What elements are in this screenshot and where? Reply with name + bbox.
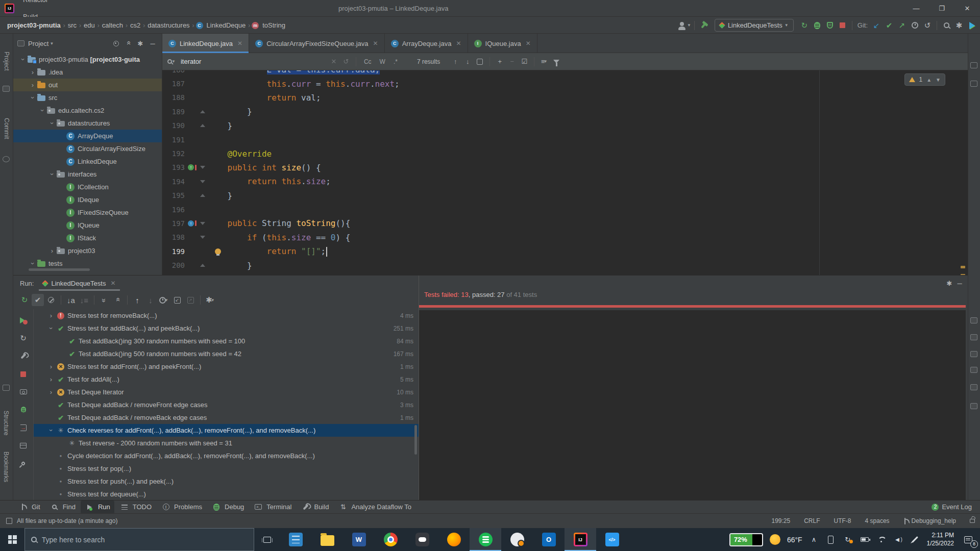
test-row[interactable]: ›✳Check reverses for addFront(...), addB… bbox=[34, 424, 419, 437]
next-occurrence-icon[interactable]: ↓ bbox=[462, 57, 473, 67]
test-row[interactable]: ›!Stress test for removeBack(...)4 ms bbox=[34, 309, 419, 322]
toolwindow-find[interactable]: Find bbox=[45, 500, 80, 514]
minimize-button[interactable]: — bbox=[903, 0, 929, 17]
collapse-all-icon[interactable]: » bbox=[123, 38, 133, 48]
code-line-190[interactable]: 190 } bbox=[162, 119, 968, 133]
override-marker-icon[interactable]: ↑ bbox=[188, 220, 194, 227]
tree-arrow-icon[interactable]: › bbox=[28, 68, 37, 76]
taskbar-app-discord[interactable] bbox=[406, 528, 438, 551]
tree-arrow-icon[interactable]: › bbox=[46, 427, 56, 434]
rerun-icon[interactable]: ↻ bbox=[798, 19, 811, 32]
show-passed-icon[interactable]: ✔ bbox=[32, 294, 44, 306]
tree-row-CircularArrayFixedSize[interactable]: CCircularArrayFixedSize bbox=[13, 142, 162, 155]
coverage-icon[interactable] bbox=[824, 19, 836, 32]
console-output[interactable] bbox=[419, 310, 966, 500]
tree-row-LinkedDeque[interactable]: CLinkedDeque bbox=[13, 155, 162, 168]
tree-row-.idea[interactable]: ›.idea bbox=[13, 66, 162, 79]
filter-lines-icon[interactable]: ≡▼ bbox=[539, 57, 549, 67]
caret-position[interactable]: 199:25 bbox=[772, 517, 791, 524]
previous-failed-test-icon[interactable]: ↑ bbox=[131, 294, 143, 306]
clear-search-icon[interactable]: ✕ bbox=[329, 57, 339, 67]
show-ignored-icon[interactable] bbox=[45, 294, 57, 306]
close-icon[interactable]: ✕ bbox=[456, 40, 461, 47]
build-icon[interactable] bbox=[301, 502, 311, 512]
override-marker-icon[interactable]: ↑ bbox=[188, 164, 194, 170]
taskbar-app-intellij[interactable] bbox=[565, 528, 596, 551]
vertical-scrollbar[interactable] bbox=[414, 425, 417, 455]
toolwindow-git[interactable]: Git bbox=[14, 500, 44, 514]
grid-icon[interactable] bbox=[3, 385, 10, 391]
expand-all-icon[interactable]: » bbox=[98, 294, 110, 306]
taskbar-app-outlook[interactable]: O bbox=[533, 528, 565, 551]
test-row[interactable]: ●Stress test for pop(...) bbox=[34, 462, 419, 475]
fold-marker-icon[interactable] bbox=[200, 124, 205, 127]
stripe-tab-project[interactable]: Project bbox=[0, 43, 13, 80]
tree-row-IStack[interactable]: IIStack bbox=[13, 232, 162, 244]
tab-ArrayDeque.java[interactable]: CArrayDeque.java✕ bbox=[385, 34, 468, 53]
code-line-200[interactable]: 200 } bbox=[162, 258, 968, 272]
console-tool-icon[interactable] bbox=[970, 317, 977, 323]
console-tool-icon[interactable] bbox=[970, 384, 977, 390]
test-row[interactable]: ●Stress test for push(...) and peek(...) bbox=[34, 475, 419, 488]
run-configuration-select[interactable]: LinkedDequeTests▼ bbox=[715, 19, 794, 32]
test-row[interactable]: ›✕Test Deque Iterator10 ms bbox=[34, 386, 419, 398]
taskbar-search[interactable] bbox=[24, 528, 254, 551]
match-case-toggle[interactable]: Cc bbox=[361, 58, 375, 65]
dataflow-icon[interactable]: ⇅ bbox=[338, 502, 348, 512]
tree-row-edu.caltech.cs2[interactable]: ›edu.caltech.cs2 bbox=[13, 104, 162, 117]
toolwindow-terminal[interactable]: >_Terminal bbox=[249, 500, 296, 514]
tree-row-project03-pmutia[interactable]: ›project03-pmutia [project03-guita bbox=[13, 53, 162, 66]
chevron-up-icon[interactable]: ▲ bbox=[926, 77, 932, 83]
tree-arrow-icon[interactable]: › bbox=[28, 94, 37, 102]
commit-icon[interactable] bbox=[3, 156, 10, 162]
test-row[interactable]: ›✕Stress test for addFront(...) and peek… bbox=[34, 360, 419, 373]
volume-icon[interactable]: ◄) bbox=[893, 536, 903, 543]
unlock-icon[interactable] bbox=[970, 519, 975, 523]
horizontal-scrollbar[interactable] bbox=[29, 268, 90, 271]
breadcrumb-item-caltech[interactable]: caltech bbox=[101, 21, 124, 29]
locate-icon[interactable] bbox=[111, 38, 121, 48]
code-editor[interactable]: 186 E val = this.curr.data;187 this.curr… bbox=[162, 70, 968, 275]
inspections-widget[interactable]: 1 ▲ ▼ bbox=[904, 73, 946, 86]
chevron-down-icon[interactable]: ▼ bbox=[936, 77, 941, 83]
tree-arrow-icon[interactable]: › bbox=[46, 375, 56, 383]
test-settings-icon[interactable]: ✱▼ bbox=[204, 294, 216, 306]
tree-arrow-icon[interactable]: › bbox=[46, 324, 56, 332]
problems-icon[interactable]: ! bbox=[161, 502, 171, 512]
run-icon[interactable] bbox=[85, 502, 95, 512]
tree-row-out[interactable]: ›out bbox=[13, 79, 162, 91]
tree-row-src[interactable]: ›src bbox=[13, 91, 162, 104]
close-icon[interactable]: ✕ bbox=[373, 40, 378, 47]
wifi-icon[interactable] bbox=[876, 537, 887, 542]
test-history-icon[interactable]: ▼ bbox=[158, 294, 170, 306]
file-encoding[interactable]: UTF-8 bbox=[834, 517, 851, 524]
toggle-auto-test-icon[interactable]: ↻ bbox=[17, 332, 30, 344]
toolwindow-analyze-dataflow-to[interactable]: ⇅Analyze Dataflow To bbox=[334, 500, 415, 514]
test-row[interactable]: ✔Test addBack()ing 500 random numbers wi… bbox=[34, 347, 419, 360]
menu-refactor[interactable]: Refactor bbox=[18, 0, 54, 8]
tree-row-ICollection[interactable]: IICollection bbox=[13, 181, 162, 193]
toolwindow-debug[interactable]: Debug bbox=[207, 500, 248, 514]
tree-arrow-icon[interactable]: › bbox=[47, 170, 57, 178]
toolwindow-run[interactable]: Run bbox=[81, 500, 114, 514]
tab-IQueue.java[interactable]: IIQueue.java✕ bbox=[468, 34, 537, 53]
code-line-193[interactable]: 193↑ public int size() { bbox=[162, 161, 968, 174]
test-row[interactable]: ›✔Test for addAll(...)5 ms bbox=[34, 373, 419, 386]
collapse-all2-icon[interactable]: » bbox=[111, 294, 124, 306]
breadcrumb-item-cs2[interactable]: cs2 bbox=[129, 21, 141, 29]
test-row[interactable]: ●Cycle detection for addFront(...), addB… bbox=[34, 449, 419, 462]
tree-row-IDeque[interactable]: IIDeque bbox=[13, 193, 162, 206]
layout-icon[interactable] bbox=[17, 439, 30, 452]
restore-button[interactable]: ❐ bbox=[929, 0, 954, 17]
stripe-tab-commit[interactable]: Commit bbox=[0, 110, 13, 147]
find-in-selection-icon[interactable] bbox=[475, 57, 485, 67]
toolwindow-build[interactable]: Build bbox=[297, 500, 333, 514]
phone-link-icon[interactable] bbox=[826, 536, 836, 544]
select-all-occurrences-icon[interactable]: ☑ bbox=[519, 57, 529, 67]
code-line-187[interactable]: 187 this.curr = this.curr.next; bbox=[162, 77, 968, 90]
settings-icon[interactable]: ✱ bbox=[953, 19, 965, 32]
code-line-192[interactable]: 192 @Override bbox=[162, 146, 968, 160]
build-icon[interactable] bbox=[17, 350, 30, 362]
battery-icon[interactable] bbox=[860, 537, 870, 542]
todo-icon[interactable] bbox=[119, 502, 130, 512]
